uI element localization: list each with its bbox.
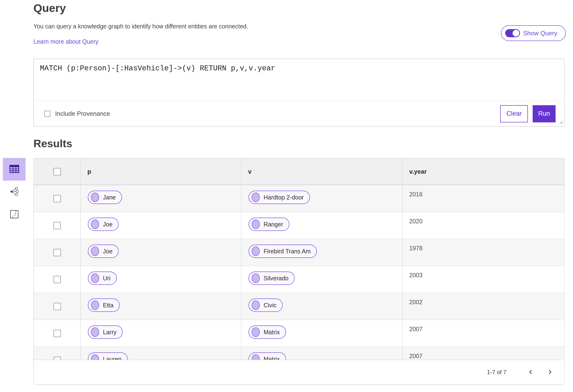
vehicle-entity-chip[interactable]: Civic [249,298,283,312]
row-checkbox-cell [34,212,81,239]
v-cell: Matrix [241,320,403,347]
p-cell: Joe [81,212,241,239]
person-name: Joe [103,248,112,255]
row-checkbox-cell [34,293,81,320]
node-circle-icon [91,246,99,256]
map-view-icon [9,209,19,221]
column-header-v-year: v.year [403,158,564,185]
column-header-p: p [81,158,241,185]
year-value: 2002 [409,299,423,305]
include-provenance-label: Include Provenance [55,110,110,117]
graph-view-button[interactable] [3,181,26,203]
person-name: Jane [103,194,116,201]
node-circle-icon [91,327,99,337]
table-view-button[interactable] [3,158,26,181]
pagination-bar: 1-7 of 7 [34,360,564,385]
v-cell: Civic [241,293,403,320]
person-entity-chip[interactable]: Uri [88,272,117,285]
vehicle-entity-chip[interactable]: Ranger [249,218,289,231]
row-checkbox[interactable] [54,249,61,256]
p-cell: Joe [81,239,241,266]
person-name: Uri [103,275,110,282]
person-entity-chip[interactable]: Etta [88,298,120,312]
run-button[interactable]: Run [533,105,555,122]
include-provenance-checkbox[interactable] [44,111,50,117]
p-cell: Etta [81,293,241,320]
query-input[interactable]: MATCH (p:Person)-[:HasVehicle]->(v) RETU… [34,59,564,101]
p-cell: Uri [81,266,241,293]
person-entity-chip[interactable]: Jane [88,191,122,204]
node-circle-icon [252,192,260,202]
resize-handle-icon[interactable] [558,119,563,125]
row-checkbox[interactable] [54,276,61,283]
page-title: Query [34,1,66,15]
learn-more-link[interactable]: Learn more about Query [34,38,98,45]
results-title: Results [34,137,72,150]
row-checkbox-cell [34,239,81,266]
person-entity-chip[interactable]: Joe [88,245,119,258]
v-cell: Hardtop 2-door [241,185,403,212]
vehicle-entity-chip[interactable]: Matrix [249,325,286,339]
vehicle-entity-chip[interactable]: Firebird Trans Am [249,245,317,258]
query-toolbar: Include Provenance Clear Run [34,101,564,126]
year-value: 2007 [409,326,423,332]
next-page-button[interactable] [545,367,555,377]
map-view-button[interactable] [3,203,26,226]
graph-view-icon [9,186,19,198]
v-year-cell: 2002 [403,293,564,320]
person-entity-chip[interactable]: Larry [88,325,123,339]
table-header-row: p v v.year [34,158,564,185]
v-year-cell: 2016 [403,185,564,212]
vehicle-name: Firebird Trans Am [264,248,311,255]
row-checkbox-cell [34,185,81,212]
table-body: Jane Hardtop 2-door 2016 Joe [34,185,564,374]
vehicle-name: Matrix [264,329,280,336]
row-checkbox[interactable] [54,303,61,310]
person-entity-chip[interactable]: Joe [88,218,119,231]
v-year-cell: 2003 [403,266,564,293]
column-header-v: v [241,158,403,185]
p-cell: Larry [81,320,241,347]
year-value: 2020 [409,218,423,224]
year-value: 2007 [409,353,423,359]
v-year-cell: 2020 [403,212,564,239]
previous-page-button[interactable] [525,367,536,377]
vehicle-name: Hardtop 2-door [264,194,304,201]
year-value: 2016 [409,191,423,198]
row-checkbox[interactable] [54,330,61,337]
row-checkbox[interactable] [54,195,61,202]
clear-button[interactable]: Clear [500,105,528,122]
include-provenance-option[interactable]: Include Provenance [44,110,110,117]
person-name: Joe [103,221,112,228]
page-range: 1-7 of 7 [487,369,506,375]
show-query-toggle[interactable]: Show Query [501,25,566,41]
person-name: Etta [103,302,113,309]
vehicle-name: Civic [264,302,276,309]
v-cell: Ranger [241,212,403,239]
v-cell: Firebird Trans Am [241,239,403,266]
vehicle-entity-chip[interactable]: Silverado [249,272,295,285]
node-circle-icon [91,273,99,283]
p-cell: Jane [81,185,241,212]
node-circle-icon [91,220,99,229]
year-value: 1978 [409,245,423,252]
toggle-on-icon[interactable] [505,29,520,37]
table-row: Joe Firebird Trans Am 1978 [34,239,564,266]
row-checkbox-cell [34,266,81,293]
table-row: Etta Civic 2002 [34,293,564,320]
select-all-checkbox[interactable] [54,168,61,175]
row-checkbox-cell [34,320,81,347]
vehicle-entity-chip[interactable]: Hardtop 2-door [249,191,310,204]
person-name: Larry [103,329,117,336]
node-circle-icon [252,327,260,337]
knowledge-graph-query-page: Query You can query a knowledge graph to… [0,0,573,392]
results-table: p v v.year Jane Hardtop 2-door [34,158,564,374]
vehicle-name: Ranger [264,221,283,228]
view-switcher [3,158,26,226]
table-row: Uri Silverado 2003 [34,266,564,293]
row-checkbox[interactable] [54,222,61,229]
node-circle-icon [252,300,260,310]
table-row: Larry Matrix 2007 [34,320,564,347]
node-circle-icon [252,246,260,256]
table-view-icon [9,163,20,176]
